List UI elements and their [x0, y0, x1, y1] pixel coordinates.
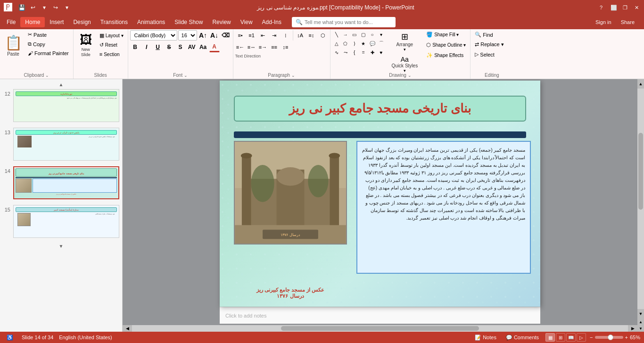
shape-effects-button[interactable]: ✨ Shape Effects: [424, 51, 468, 60]
center-button[interactable]: ≡↔: [247, 42, 257, 52]
tell-me-input[interactable]: [305, 19, 389, 25]
slide-thumb-15[interactable]: منارهٔ (مأذنه) مسجد کبیر متن توضیحات منا…: [13, 205, 119, 238]
save-button[interactable]: 💾: [17, 3, 26, 12]
bullets-button[interactable]: ≡•: [235, 30, 246, 41]
menu-animations[interactable]: Animations: [132, 17, 170, 27]
text-direction-button[interactable]: ↕A: [295, 30, 305, 41]
slide-thumb-14[interactable]: بنای تاریخی مسجد جامع کبیر نی ریز عکس از…: [13, 166, 119, 199]
menu-slideshow[interactable]: Slide Show: [170, 17, 207, 27]
cut-button[interactable]: ✂ Paste: [25, 30, 71, 39]
slide-title-box[interactable]: بنای تاریخی مسجد جامع کبیر نی ریز: [234, 96, 526, 122]
menu-file[interactable]: File: [2, 17, 20, 27]
font-size-select[interactable]: 16: [178, 30, 197, 41]
shape-callout[interactable]: 💬: [368, 39, 377, 48]
share-button[interactable]: Share: [617, 18, 638, 26]
shape-curve[interactable]: ⌒: [377, 39, 386, 48]
shape-line[interactable]: ╲: [332, 30, 341, 39]
shape-oval[interactable]: ○: [368, 30, 377, 39]
vertical-scrollbar[interactable]: ▲ ▼ ▲ ▼: [637, 79, 644, 332]
menu-transitions[interactable]: Transitions: [96, 17, 132, 27]
shape-equation[interactable]: =: [359, 48, 368, 57]
notes-area[interactable]: Click to add notes: [220, 307, 540, 324]
format-painter-button[interactable]: 🖌 Format Painter: [25, 49, 71, 57]
menu-design[interactable]: Design: [68, 17, 95, 27]
scroll-down-btn[interactable]: ▼: [637, 309, 644, 318]
shape-fill-button[interactable]: 🪣 Shape Fill ▾: [424, 30, 468, 39]
increase-indent-button[interactable]: ⇥: [269, 30, 280, 41]
shape-triangle[interactable]: △: [332, 39, 341, 48]
slide-sorter-button[interactable]: ⊞: [556, 333, 565, 342]
comments-button[interactable]: 💬 Comments: [503, 334, 542, 342]
menu-home[interactable]: Home: [20, 17, 45, 27]
zoom-in-button[interactable]: +: [625, 335, 628, 340]
arrange-button[interactable]: ⊞ Arrange ▾: [388, 30, 421, 53]
new-slide-button[interactable]: 🖼 NewSlide: [75, 30, 96, 60]
shape-chevron[interactable]: ⟩: [350, 39, 359, 48]
normal-view-button[interactable]: ▦: [545, 333, 555, 342]
shape-rect[interactable]: ▭: [350, 30, 359, 39]
menu-addins[interactable]: Add-Ins: [257, 17, 286, 27]
font-color-button[interactable]: A: [209, 42, 220, 52]
shape-more[interactable]: ▾: [377, 30, 386, 39]
layout-button[interactable]: ▦ Layout ▾: [97, 31, 126, 40]
shape-brace[interactable]: {: [350, 48, 359, 57]
slide-canvas[interactable]: بنای تاریخی مسجد جامع کبیر نی ریز: [220, 81, 540, 307]
scroll-page-up[interactable]: ▲: [637, 318, 644, 325]
font-name-select[interactable]: Calibri (Body): [130, 30, 177, 41]
slide-item-12[interactable]: 12 دوره قاجاریه متن نوشتار فارسی دوره قا…: [2, 88, 120, 123]
decrease-indent-button[interactable]: ⇤: [258, 30, 268, 41]
scroll-left-btn[interactable]: ◀: [123, 325, 132, 332]
zoom-slider[interactable]: [595, 336, 623, 339]
scroll-right-btn[interactable]: ▶: [628, 325, 637, 332]
quick-styles-button[interactable]: Aa Quick Styles ▾: [388, 54, 421, 74]
shape-star[interactable]: ★: [359, 39, 368, 48]
zoom-slider-thumb[interactable]: [608, 335, 613, 340]
shape-heart[interactable]: ♥: [377, 48, 386, 57]
find-button[interactable]: 🔍 Find: [472, 30, 495, 39]
slide-panel-scroll-down[interactable]: ▼: [2, 243, 120, 250]
scroll-up-btn[interactable]: ▲: [637, 79, 644, 89]
v-scroll-track[interactable]: [637, 89, 644, 309]
decrease-font-button[interactable]: A↓: [209, 30, 220, 41]
increase-font-button[interactable]: A↑: [198, 30, 208, 41]
quick-access-customize[interactable]: ▾: [62, 3, 72, 12]
close-button[interactable]: ✕: [633, 4, 640, 11]
clear-format-button[interactable]: ⌫: [221, 30, 231, 41]
sign-in-button[interactable]: Sign in: [592, 18, 615, 26]
zoom-out-button[interactable]: −: [590, 335, 593, 340]
underline-button[interactable]: U: [153, 42, 163, 52]
copy-button[interactable]: ⧉ Copy: [25, 40, 71, 49]
slide-item-15[interactable]: 15 منارهٔ (مأذنه) مسجد کبیر متن توضیحات …: [2, 204, 120, 239]
v-scroll-thumb[interactable]: [638, 133, 643, 210]
restore-button[interactable]: ❐: [621, 4, 629, 11]
menu-insert[interactable]: Insert: [45, 17, 68, 27]
shape-connector[interactable]: ⤳: [341, 48, 350, 57]
shape-freeform[interactable]: ∿: [332, 48, 341, 57]
undo-dropdown[interactable]: ▾: [40, 3, 49, 12]
horizontal-scrollbar[interactable]: ◀ ▶: [123, 325, 637, 332]
align-right-button[interactable]: ≡→: [258, 42, 268, 52]
slide-text-box[interactable]: مسجد جامع کبیر (جمعه) یکی از قدیمی ترین …: [356, 141, 531, 274]
slide-thumb-12[interactable]: دوره قاجاریه متن نوشتار فارسی دوره قاجار…: [13, 89, 119, 122]
paste-button[interactable]: 📋 Paste: [2, 30, 25, 60]
slide-item-13[interactable]: 13 پلیس جنوب ایران در نی ریز متن توضیحات…: [2, 127, 120, 162]
char-spacing-button[interactable]: AV: [187, 42, 197, 52]
shape-arrow[interactable]: →: [341, 30, 350, 39]
notes-button[interactable]: 📝 Notes: [472, 334, 499, 342]
shape-rounded-rect[interactable]: ▢: [359, 30, 368, 39]
justify-button[interactable]: ≡≡: [269, 42, 280, 52]
bold-button[interactable]: B: [130, 42, 140, 52]
line-spacing-button[interactable]: ↕≡: [281, 42, 291, 52]
undo-button[interactable]: ↩: [28, 3, 38, 12]
redo-button[interactable]: ↪: [51, 3, 60, 12]
reset-button[interactable]: ↺ Reset: [97, 41, 126, 49]
slide-thumb-13[interactable]: پلیس جنوب ایران در نی ریز متن توضیحات پل…: [13, 128, 119, 161]
menu-view[interactable]: View: [236, 17, 257, 27]
menu-review[interactable]: Review: [207, 17, 235, 27]
convert-smartart-button[interactable]: ⬡: [318, 30, 328, 41]
shape-pentagon[interactable]: ⬠: [341, 39, 350, 48]
replace-button[interactable]: ⇄ Replace ▾: [472, 40, 506, 49]
h-scroll-thumb[interactable]: [281, 326, 479, 331]
slide-item-14[interactable]: 14 بنای تاریخی مسجد جامع کبیر نی ریز عکس…: [2, 165, 120, 200]
italic-button[interactable]: I: [141, 42, 152, 52]
